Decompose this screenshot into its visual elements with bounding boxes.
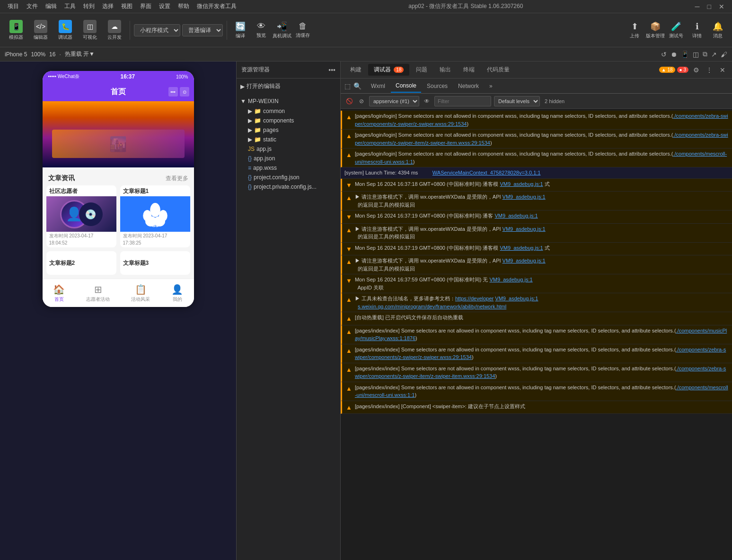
cloud-button[interactable]: ☁ 云开发 xyxy=(103,16,126,44)
link-3[interactable]: ./components/mescroll-uni/mescroll-uni.w… xyxy=(355,151,727,165)
more-icon[interactable]: ⋮ xyxy=(704,64,715,76)
file-projectprivate[interactable]: {} project.private.config.js... xyxy=(237,182,340,192)
copy-icon[interactable]: ⧉ xyxy=(703,50,707,58)
link-14[interactable]: ./components/zebra-swiper/components/z-s… xyxy=(355,366,726,379)
article-card-4[interactable]: 文章标题3 xyxy=(120,251,190,275)
editor-button[interactable]: </> 编辑器 xyxy=(29,16,52,44)
article-card-1[interactable]: 社区志愿者 👤 💿 发布时间 2023-04-17 18:04:52 xyxy=(46,185,116,247)
file-projectconfig[interactable]: {} project.config.json xyxy=(237,173,340,182)
menu-item-wechat-devtools[interactable]: 微信开发者工具 xyxy=(193,2,240,10)
compile-select[interactable]: 普通编译 xyxy=(182,24,223,36)
folder-pages[interactable]: ▶ 📁 pages xyxy=(237,125,340,135)
menu-item-tools[interactable]: 工具 xyxy=(61,2,79,10)
tab-debugger[interactable]: 调试器 18 xyxy=(368,64,409,76)
link-8[interactable]: VM9_asdebug.js:1 xyxy=(500,245,543,251)
refresh-icon[interactable]: ↺ xyxy=(661,51,667,58)
file-appwxss[interactable]: ≡ app.wxss xyxy=(237,163,340,173)
console-clear-btn[interactable]: 🚫 xyxy=(344,96,354,106)
menu-item-view[interactable]: 视图 xyxy=(117,2,136,10)
hot-reload-toggle[interactable]: 热重载 开▼ xyxy=(65,50,95,58)
menu-item-select[interactable]: 选择 xyxy=(98,2,117,10)
tab-issues[interactable]: 问题 xyxy=(410,64,433,76)
file-appjs[interactable]: JS app.js xyxy=(237,144,340,154)
sub-tab-more[interactable]: » xyxy=(485,79,497,93)
inspect-icon[interactable]: ⬚ xyxy=(344,82,351,90)
menu-item-interface[interactable]: 界面 xyxy=(136,2,155,10)
tab-output[interactable]: 输出 xyxy=(434,64,457,76)
simulator-button[interactable]: 📱 模拟器 xyxy=(5,16,27,44)
menu-item-file[interactable]: 文件 xyxy=(23,2,42,10)
folder-components[interactable]: ▶ 📁 components xyxy=(237,116,340,125)
settings-icon[interactable]: ⚙ xyxy=(690,64,702,76)
mp-weixin-section[interactable]: ▼ MP-WEIXIN xyxy=(237,96,340,106)
share-icon[interactable]: ↗ xyxy=(711,51,717,58)
maximize-button[interactable]: □ xyxy=(704,3,715,10)
link-13[interactable]: ./components/zebra-swiper/components/z-s… xyxy=(355,347,726,360)
open-editors-section[interactable]: ▶ 打开的编辑器 xyxy=(237,80,340,92)
close-devtools-icon[interactable]: ✕ xyxy=(717,64,728,76)
tab-code-quality[interactable]: 代码质量 xyxy=(481,64,515,76)
link-11c[interactable]: s.weixin.qq.com/miniprogram/dev/framewor… xyxy=(358,304,506,309)
nav-dot-home[interactable]: ⊙ xyxy=(180,87,189,96)
bottom-nav-activity[interactable]: 📋 活动风采 xyxy=(131,284,150,303)
sub-tab-sources[interactable]: Sources xyxy=(422,79,452,93)
nav-dot-menu[interactable]: ••• xyxy=(168,87,178,96)
link-2[interactable]: ./components/zebra-swiper/components/z-s… xyxy=(355,132,728,146)
preview-button[interactable]: 👁 预览 xyxy=(252,16,271,44)
real-device-button[interactable]: 📲 真机调试 xyxy=(273,16,291,44)
system-link[interactable]: WAServiceMainContext_4758278028v=3.0.1:1 xyxy=(432,170,541,175)
link-11[interactable]: https://developer xyxy=(455,296,494,301)
clear-cache-button[interactable]: 🗑 清缓存 xyxy=(293,16,312,44)
menu-item-goto[interactable]: 转到 xyxy=(79,2,98,10)
console-filter-input[interactable] xyxy=(434,96,491,106)
close-button[interactable]: ✕ xyxy=(715,3,728,10)
bottom-nav-profile[interactable]: 👤 我的 xyxy=(171,284,183,303)
context-select[interactable]: appservice (#1) xyxy=(369,96,419,106)
layout-icon[interactable]: ◫ xyxy=(693,51,699,58)
console-filter-btn[interactable]: ⊘ xyxy=(357,96,366,106)
debugger-button[interactable]: 🐛 调试器 xyxy=(54,16,77,44)
eye-icon[interactable]: 👁 xyxy=(422,96,432,106)
link-1[interactable]: ./components/zebra-swiper/components/z-s… xyxy=(355,113,728,127)
section-more[interactable]: 查看更多 xyxy=(166,175,188,183)
folder-static[interactable]: ▶ 📁 static xyxy=(237,135,340,144)
file-appjson[interactable]: {} app.json xyxy=(237,154,340,163)
tab-terminal[interactable]: 终端 xyxy=(458,64,480,76)
folder-common[interactable]: ▶ 📁 common xyxy=(237,106,340,116)
play-icon[interactable]: ⏺ xyxy=(670,51,677,58)
menu-item-help[interactable]: 帮助 xyxy=(174,2,193,10)
sub-tab-wxml[interactable]: Wxml xyxy=(366,79,390,93)
sub-tab-network[interactable]: Network xyxy=(453,79,484,93)
version-button[interactable]: 📦 版本管理 xyxy=(646,16,665,44)
link-9[interactable]: VM9_asdebug.js:1 xyxy=(503,258,546,263)
visible-button[interactable]: ◫ 可视化 xyxy=(79,16,101,44)
cursor-icon[interactable]: 🔍 xyxy=(353,82,362,90)
phone-icon[interactable]: 📱 xyxy=(681,51,689,58)
link-7[interactable]: VM9_asdebug.js:1 xyxy=(503,226,546,232)
sub-tab-console[interactable]: Console xyxy=(391,79,421,93)
explorer-more-icon[interactable]: ••• xyxy=(328,66,335,74)
bottom-nav-volunteer[interactable]: ⊞ 志愿者活动 xyxy=(86,284,110,303)
compile-button[interactable]: 🔄 编译 xyxy=(231,16,250,44)
messages-button[interactable]: 🔔 消息 xyxy=(708,16,727,44)
link-4[interactable]: VM9_asdebug.js:1 xyxy=(500,181,543,187)
link-12[interactable]: ./components/musicPlay/musicPlay.wxss:1:… xyxy=(355,328,727,341)
brush-icon[interactable]: 🖌 xyxy=(721,51,727,58)
level-select[interactable]: Default levels xyxy=(494,96,540,106)
bottom-nav-home[interactable]: 🏠 首页 xyxy=(53,284,65,303)
link-15[interactable]: ./components/mescroll-uni/mescroll-uni.w… xyxy=(355,385,728,398)
link-10[interactable]: VM9_asdebug.js:1 xyxy=(489,277,532,282)
menu-item-project[interactable]: 项目 xyxy=(4,2,23,10)
link-11b[interactable]: VM9_asdebug.js:1 xyxy=(495,296,538,301)
menu-item-settings[interactable]: 设置 xyxy=(155,2,174,10)
minimize-button[interactable]: ─ xyxy=(691,3,704,10)
link-6[interactable]: VM9_asdebug.js:1 xyxy=(494,213,538,219)
link-5[interactable]: VM9_asdebug.js:1 xyxy=(503,194,546,200)
article-card-2[interactable]: 文章标题1 du 发布时间 2023-04-17 xyxy=(120,185,190,247)
article-card-3[interactable]: 文章标题2 xyxy=(46,251,116,275)
test-button[interactable]: 🧪 测试号 xyxy=(667,16,686,44)
details-button[interactable]: ℹ 详情 xyxy=(688,16,706,44)
tab-build[interactable]: 构建 xyxy=(344,64,367,76)
menu-item-edit[interactable]: 编辑 xyxy=(42,2,61,10)
upload-button[interactable]: ⬆ 上传 xyxy=(625,16,644,44)
